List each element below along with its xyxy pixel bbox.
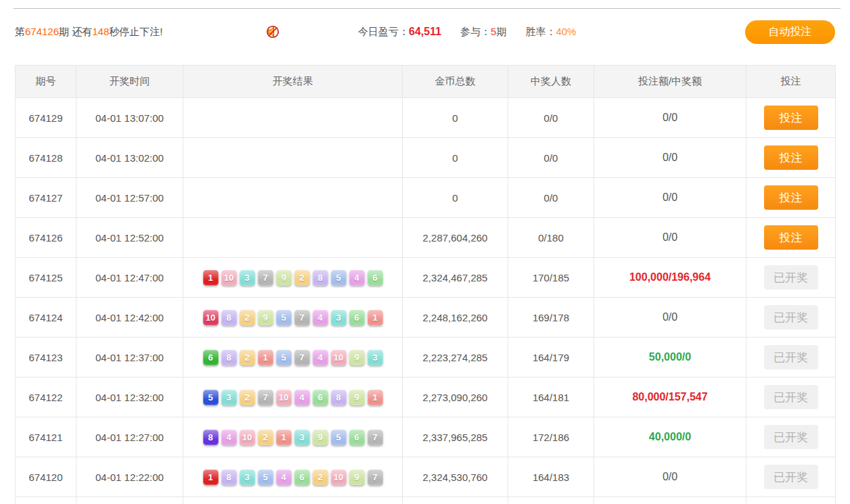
- time-cell: 04-01 12:57:00: [76, 178, 183, 218]
- current-period-number: 674126: [25, 26, 59, 37]
- bet-win-cell: 50,000/0: [649, 351, 691, 363]
- bet-action-button: 已开奖: [764, 305, 818, 329]
- result-ball: 5: [258, 469, 273, 485]
- winners-cell: 164/179: [508, 338, 594, 377]
- table-row: 674122 04-01 12:32:00 53271046891 2,273,…: [16, 377, 836, 417]
- time-cell: 04-01 12:22:00: [76, 457, 183, 497]
- bet-action-button[interactable]: 投注: [764, 185, 818, 210]
- coins-cell: 2,324,467,285: [403, 258, 508, 298]
- result-ball: 5: [203, 390, 219, 405]
- result-balls: [183, 218, 403, 258]
- period-cell: 674125: [16, 258, 76, 298]
- coins-cell: 2,223,274,285: [403, 338, 508, 377]
- table-row: 674128 04-01 13:02:00 0 0/0 0/0 投注: [16, 138, 836, 178]
- coins-cell: 2,248,162,260: [403, 298, 508, 338]
- time-cell: 04-01 13:02:00: [76, 138, 183, 178]
- winners-cell: 164/183: [508, 457, 594, 497]
- result-balls: [183, 138, 403, 178]
- bet-win-cell: 0/0: [663, 311, 677, 323]
- result-ball: 9: [349, 390, 365, 405]
- coins-cell: 0: [403, 98, 508, 138]
- result-ball: 3: [240, 469, 255, 485]
- result-ball: 1: [367, 390, 383, 405]
- result-balls: 10829574361: [183, 298, 403, 338]
- result-ball: 9: [349, 350, 365, 365]
- table-row: 674124 04-01 12:42:00 10829574361 2,248,…: [16, 298, 836, 338]
- result-ball: 5: [331, 430, 346, 445]
- result-ball: 5: [276, 350, 292, 365]
- result-ball: 3: [331, 310, 346, 325]
- result-ball: 2: [313, 469, 328, 485]
- winners-cell: 169/178: [508, 298, 594, 338]
- result-ball: 9: [258, 310, 273, 325]
- countdown-text: 第674126期 还有148秒停止下注!: [15, 26, 266, 39]
- result-balls: 11037928546: [183, 258, 403, 298]
- result-ball: 1: [203, 270, 219, 285]
- result-ball: 2: [240, 310, 255, 325]
- auto-bet-button[interactable]: 自动投注: [745, 20, 835, 44]
- coins-cell: 0: [403, 138, 508, 178]
- result-ball: 6: [313, 390, 328, 405]
- bet-action-button[interactable]: 投注: [764, 145, 818, 170]
- top-divider: [14, 8, 841, 9]
- table-row: 674127 04-01 12:57:00 0 0/0 0/0 投注: [16, 178, 836, 218]
- lottery-table-body: 674129 04-01 13:07:00 0 0/0 0/0 投注 67412…: [16, 98, 836, 497]
- result-ball: 8: [331, 390, 346, 405]
- result-ball: 2: [240, 350, 255, 365]
- result-ball: 2: [258, 430, 273, 445]
- result-ball: 8: [221, 469, 237, 485]
- result-ball: 7: [294, 350, 310, 365]
- win-rate: 胜率：40%: [525, 26, 576, 39]
- coins-cell: 2,337,965,285: [403, 417, 508, 457]
- table-header: 期号 开奖时间 开奖结果 金币总数 中奖人数 投注额/中奖额 投注: [16, 66, 836, 98]
- muted-speaker-icon[interactable]: [266, 25, 279, 39]
- result-ball: 8: [203, 430, 219, 445]
- bet-win-cell: 0/0: [663, 231, 677, 243]
- winners-cell: 0/180: [508, 218, 594, 258]
- table-row: 674123 04-01 12:37:00 68215741093 2,223,…: [16, 338, 836, 377]
- result-ball: 10: [221, 270, 237, 285]
- result-ball: 2: [294, 270, 310, 285]
- result-ball: 4: [221, 430, 237, 445]
- table-row: 674120 04-01 12:22:00 18354621097 2,324,…: [16, 457, 836, 497]
- result-ball: 8: [221, 350, 237, 365]
- coins-cell: 2,287,604,260: [403, 218, 508, 258]
- period-cell: 674122: [16, 377, 76, 417]
- bet-action-button: 已开奖: [764, 465, 818, 489]
- bet-win-cell: 0/0: [663, 112, 677, 123]
- winners-cell: 172/186: [508, 417, 594, 457]
- result-ball: 9: [349, 469, 365, 485]
- result-ball: 1: [203, 469, 219, 485]
- result-ball: 5: [331, 270, 346, 285]
- time-cell: 04-01 12:32:00: [76, 377, 183, 417]
- result-balls: 18354621097: [183, 457, 403, 497]
- result-ball: 9: [276, 270, 292, 285]
- period-cell: 674126: [16, 218, 76, 258]
- bet-win-cell: 0/0: [663, 152, 677, 163]
- col-period: 期号: [16, 66, 76, 98]
- result-ball: 9: [313, 430, 328, 445]
- bet-action-button[interactable]: 投注: [764, 225, 818, 250]
- result-ball: 3: [240, 270, 255, 285]
- bet-action-button: 已开奖: [764, 345, 818, 369]
- period-cell: 674123: [16, 338, 76, 377]
- time-cell: 04-01 12:52:00: [76, 218, 183, 258]
- winners-cell: 0/0: [508, 98, 594, 138]
- profit-label: 今日盈亏：: [358, 26, 409, 37]
- result-ball: 6: [294, 469, 310, 485]
- result-ball: 1: [258, 350, 273, 365]
- bet-action-button[interactable]: 投注: [764, 106, 818, 130]
- coins-cell: 0: [403, 178, 508, 218]
- col-bet-win-amount: 投注额/中奖额: [594, 66, 746, 98]
- result-ball: 3: [221, 390, 237, 405]
- bet-win-cell: 80,000/157,547: [632, 391, 707, 403]
- result-ball: 7: [294, 310, 310, 325]
- result-balls: 53271046891: [183, 377, 403, 417]
- period-mid: 期 还有: [59, 26, 92, 37]
- profit-value: 64,511: [409, 26, 441, 37]
- result-ball: 7: [258, 270, 273, 285]
- period-cell: 674129: [16, 98, 76, 138]
- result-ball: 7: [367, 469, 383, 485]
- table-row: 674121 04-01 12:27:00 84102139567 2,337,…: [16, 417, 836, 457]
- period-prefix: 第: [15, 26, 25, 37]
